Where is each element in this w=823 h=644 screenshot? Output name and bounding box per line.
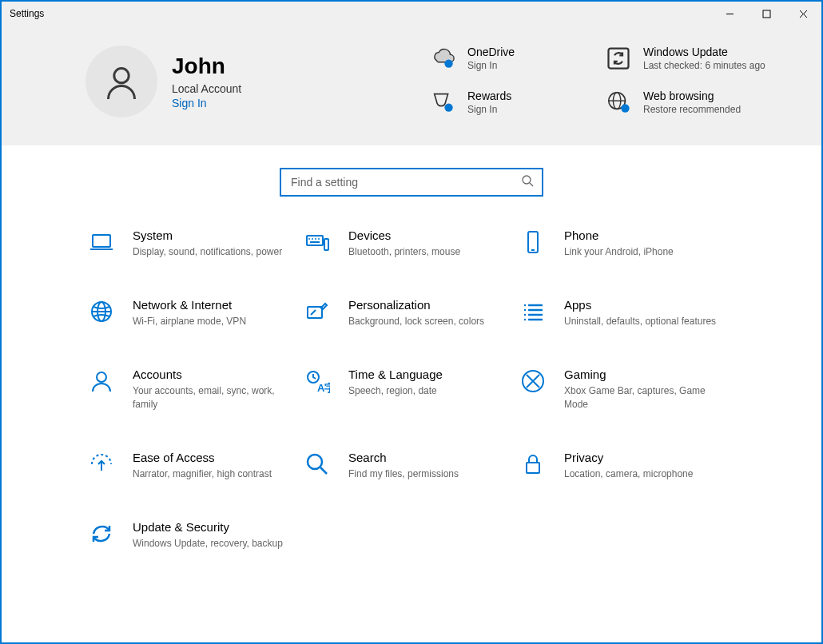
svg-point-4	[114, 69, 129, 83]
close-button[interactable]	[785, 2, 821, 26]
tile-rewards[interactable]: Rewards Sign In	[430, 89, 598, 117]
ease-icon	[88, 451, 115, 478]
category-title: Devices	[348, 229, 460, 242]
window-controls	[711, 2, 821, 26]
category-update[interactable]: Update & Security Windows Update, recove…	[88, 520, 304, 550]
phone-icon	[519, 229, 547, 256]
svg-rect-1	[763, 10, 770, 18]
category-personalization[interactable]: Personalization Background, lock screen,…	[304, 298, 519, 328]
search-container	[2, 145, 821, 229]
tile-windows-update[interactable]: Windows Update Last checked: 6 minutes a…	[606, 46, 773, 74]
svg-rect-28	[308, 307, 322, 318]
category-privacy[interactable]: Privacy Location, camera, microphone	[519, 451, 735, 480]
category-devices[interactable]: Devices Bluetooth, printers, mouse	[304, 229, 519, 258]
category-accounts[interactable]: Accounts Your accounts, email, sync, wor…	[88, 368, 304, 410]
time-language-icon: A字	[304, 368, 331, 395]
category-desc: Find my files, permissions	[348, 467, 459, 480]
category-desc: Speech, region, date	[348, 384, 443, 397]
category-title: System	[133, 229, 282, 242]
category-title: Phone	[564, 229, 674, 242]
search-icon	[521, 174, 534, 190]
category-title: Ease of Access	[133, 451, 272, 464]
person-icon	[104, 64, 139, 99]
svg-rect-6	[609, 49, 629, 69]
tile-sub: Sign In	[467, 60, 515, 71]
user-subtitle: Local Account	[172, 82, 241, 95]
xbox-icon	[519, 368, 547, 395]
category-ease-of-access[interactable]: Ease of Access Narrator, magnifier, high…	[88, 451, 304, 480]
cloud-icon	[430, 46, 455, 71]
svg-point-5	[444, 59, 452, 67]
category-phone[interactable]: Phone Link your Android, iPhone	[519, 229, 735, 258]
list-icon	[519, 298, 547, 325]
tile-title: Web browsing	[643, 89, 741, 102]
sync-icon	[606, 46, 631, 71]
category-desc: Wi-Fi, airplane mode, VPN	[133, 315, 246, 328]
category-desc: Location, camera, microphone	[564, 467, 693, 480]
category-desc: Link your Android, iPhone	[564, 245, 674, 258]
search-box[interactable]	[280, 168, 543, 197]
category-title: Accounts	[133, 368, 288, 381]
category-search[interactable]: Search Find my files, permissions	[304, 451, 519, 480]
category-desc: Narrator, magnifier, high contrast	[133, 467, 272, 480]
category-title: Network & Internet	[133, 298, 246, 312]
search-input[interactable]	[289, 175, 521, 189]
svg-point-37	[97, 372, 106, 382]
search-icon	[304, 451, 331, 478]
category-title: Time & Language	[348, 368, 443, 381]
svg-line-13	[530, 183, 533, 186]
svg-rect-17	[324, 239, 328, 250]
person-icon	[88, 368, 115, 395]
tile-sub: Restore recommended	[643, 104, 741, 115]
lock-icon	[519, 451, 547, 478]
svg-rect-43	[527, 463, 539, 473]
category-time[interactable]: A字 Time & Language Speech, region, date	[304, 368, 519, 410]
svg-rect-14	[93, 235, 110, 247]
account-banner: John Local Account Sign In OneDrive Sign…	[2, 26, 821, 145]
svg-point-12	[523, 176, 531, 184]
svg-point-41	[308, 455, 322, 469]
tile-web-browsing[interactable]: Web browsing Restore recommended	[606, 89, 773, 117]
category-system[interactable]: System Display, sound, notifications, po…	[88, 229, 304, 258]
category-title: Apps	[564, 298, 716, 312]
laptop-icon	[88, 229, 115, 256]
header-tiles: OneDrive Sign In Windows Update Last che…	[430, 46, 773, 117]
category-desc: Background, lock screen, colors	[348, 315, 484, 328]
window-title: Settings	[10, 8, 44, 19]
titlebar: Settings	[2, 2, 821, 26]
svg-point-7	[444, 103, 452, 111]
category-gaming[interactable]: Gaming Xbox Game Bar, captures, Game Mod…	[519, 368, 735, 410]
category-desc: Your accounts, email, sync, work, family	[133, 384, 288, 410]
svg-line-42	[320, 467, 327, 474]
main-content: System Display, sound, notifications, po…	[2, 145, 821, 642]
minimize-button[interactable]	[711, 2, 748, 26]
category-title: Personalization	[348, 298, 484, 312]
category-network[interactable]: Network & Internet Wi-Fi, airplane mode,…	[88, 298, 304, 328]
category-title: Update & Security	[133, 520, 283, 534]
update-icon	[88, 520, 115, 547]
svg-point-11	[621, 104, 629, 112]
globe-icon	[88, 298, 115, 325]
globe-icon	[606, 89, 631, 115]
category-apps[interactable]: Apps Uninstall, defaults, optional featu…	[519, 298, 735, 328]
rewards-icon	[430, 89, 455, 115]
user-block[interactable]: John Local Account Sign In	[85, 46, 241, 117]
tile-title: OneDrive	[467, 46, 515, 58]
category-title: Search	[348, 451, 459, 464]
settings-window: Settings John Local Account	[0, 0, 823, 644]
user-info: John Local Account Sign In	[172, 54, 241, 109]
sign-in-link[interactable]: Sign In	[172, 97, 241, 109]
svg-text:A字: A字	[317, 382, 330, 394]
maximize-button[interactable]	[748, 2, 785, 26]
tile-sub: Last checked: 6 minutes ago	[643, 60, 765, 71]
category-desc: Bluetooth, printers, mouse	[348, 245, 460, 258]
tile-title: Windows Update	[643, 46, 765, 58]
category-desc: Uninstall, defaults, optional features	[564, 315, 716, 328]
tile-onedrive[interactable]: OneDrive Sign In	[430, 46, 598, 74]
category-title: Gaming	[564, 368, 719, 381]
category-desc: Display, sound, notifications, power	[133, 245, 282, 258]
tile-sub: Sign In	[467, 104, 511, 115]
keyboard-icon	[304, 229, 331, 256]
categories: System Display, sound, notifications, po…	[88, 229, 735, 550]
user-name: John	[172, 54, 241, 79]
